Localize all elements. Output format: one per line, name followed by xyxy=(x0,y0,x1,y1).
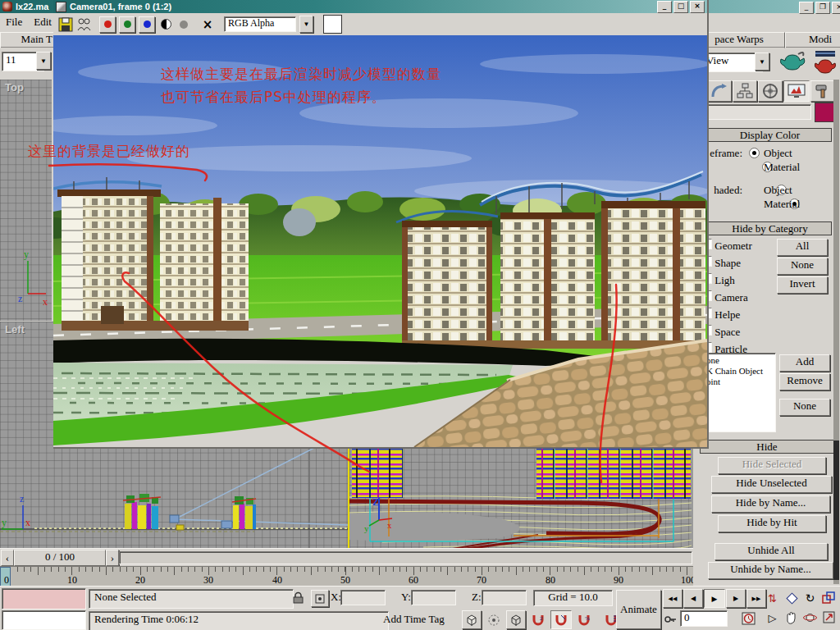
app-icon xyxy=(2,2,12,11)
time-slider-prev-icon[interactable]: ‹ xyxy=(1,550,14,566)
render-close-button[interactable]: × xyxy=(690,1,705,13)
nav-zoom-icon[interactable]: ⇅ xyxy=(763,588,782,608)
render-scene-icon[interactable] xyxy=(812,49,838,77)
alpha-channel-icon[interactable] xyxy=(176,17,191,32)
play-button[interactable]: ▶ xyxy=(704,589,725,608)
maxscript-macro-pane[interactable] xyxy=(2,588,86,609)
time-slider-next-icon[interactable]: › xyxy=(106,550,119,566)
ruler-tick-label: 20 xyxy=(130,574,151,587)
nav-minmax-toggle-icon[interactable] xyxy=(819,608,838,628)
render-window-toolbar: × RGB Alpha ▼ xyxy=(53,13,707,35)
category-none2-button[interactable]: None xyxy=(779,399,830,416)
time-configuration-icon[interactable] xyxy=(739,610,757,627)
unhide-by-name-button[interactable]: Unhide by Name... xyxy=(708,562,833,579)
maxscript-listener-pane[interactable] xyxy=(2,610,86,630)
ruler-tick-label: 100 xyxy=(678,574,693,587)
playback-controls: ◀◀ ◀ ▶ ▶ ▶▶ xyxy=(663,589,766,608)
category-all-button[interactable]: All xyxy=(777,239,828,256)
category-none-button[interactable]: None xyxy=(777,258,828,275)
time-slider-track[interactable] xyxy=(119,551,692,564)
panel-scrollbar[interactable] xyxy=(833,80,839,584)
render-type-dropdown[interactable]: View xyxy=(702,52,763,72)
unhide-all-button[interactable]: Unhide All xyxy=(714,543,828,560)
z-coord-field[interactable] xyxy=(482,590,527,605)
time-slider-handle[interactable]: 0 / 100 xyxy=(14,550,106,566)
selection-lock-icon[interactable] xyxy=(290,590,305,605)
tab-hierarchy[interactable] xyxy=(733,80,757,102)
list-item[interactable]: K Chain Object xyxy=(706,366,775,377)
tab-main-toolbar[interactable]: Main T xyxy=(0,32,55,48)
nav-arc-rotate-icon[interactable]: ↻ xyxy=(801,588,819,608)
snap-2d-icon[interactable] xyxy=(506,610,526,629)
viewport-top[interactable]: Top y x z xyxy=(0,80,52,321)
category-invert-button[interactable]: Invert xyxy=(777,276,828,294)
previous-frame-button[interactable]: ◀ xyxy=(683,589,703,608)
hide-selected-button[interactable]: Hide Selected xyxy=(718,457,826,474)
clone-rendered-frame-icon[interactable] xyxy=(76,17,93,32)
tab-utilities[interactable] xyxy=(810,80,835,102)
add-time-tag[interactable]: Add Time Tag xyxy=(383,613,445,626)
absolute-offset-toggle[interactable] xyxy=(311,590,329,607)
nav-region-zoom-icon[interactable]: ▷ xyxy=(763,608,782,628)
category-add-button[interactable]: Add xyxy=(779,354,830,372)
tab-modifiers[interactable]: Modi xyxy=(785,32,840,48)
angle-snap-icon[interactable]: 2 xyxy=(529,611,547,628)
top-viewport-axis-tripod: y x z xyxy=(7,248,49,313)
menu-file[interactable]: File xyxy=(0,14,28,30)
main-minimize-button[interactable]: _ xyxy=(799,2,814,14)
svg-text:x: x xyxy=(43,296,48,308)
category-remove-button[interactable]: Remove xyxy=(779,373,830,390)
clear-image-icon[interactable]: × xyxy=(199,17,216,32)
x-coord-field[interactable] xyxy=(340,590,386,605)
spinner-snap-icon[interactable]: % xyxy=(575,611,593,628)
tab-display[interactable] xyxy=(783,80,810,102)
tab-motion[interactable] xyxy=(758,80,783,102)
channel-display-dropdown[interactable]: RGB Alpha xyxy=(224,16,296,32)
hide-by-name-button[interactable]: Hide by Name... xyxy=(711,495,830,513)
render-window-titlebar[interactable]: Camera01, frame 0 (1:2) _ □ × xyxy=(53,0,707,13)
tab-modify[interactable] xyxy=(707,80,732,102)
red-channel-icon[interactable] xyxy=(99,16,116,33)
next-frame-button[interactable]: ▶ xyxy=(726,589,746,608)
animate-button[interactable]: Animate xyxy=(616,590,661,629)
key-mode-toggle[interactable] xyxy=(663,611,678,628)
hide-unselected-button[interactable]: Hide Unselected xyxy=(711,476,832,493)
snap-25d-icon[interactable] xyxy=(485,611,503,628)
go-to-start-button[interactable]: ◀◀ xyxy=(663,589,682,608)
save-bitmap-icon[interactable] xyxy=(58,17,73,32)
snap-3d-icon[interactable] xyxy=(462,610,482,629)
wireframe-object-radio[interactable] xyxy=(749,148,760,158)
monochrome-channel-icon[interactable] xyxy=(158,17,173,32)
list-item[interactable]: oint xyxy=(706,377,775,387)
background-color-swatch[interactable] xyxy=(323,15,342,34)
current-frame-field[interactable]: 0 xyxy=(680,610,728,627)
quick-render-icon[interactable] xyxy=(778,49,807,77)
category-listbox[interactable]: one K Chain Object oint xyxy=(704,353,776,432)
render-minimize-button[interactable]: _ xyxy=(657,1,672,13)
list-item[interactable]: one xyxy=(706,355,775,366)
channel-dropdown-arrow-icon[interactable]: ▼ xyxy=(299,16,313,33)
object-name-field[interactable] xyxy=(693,104,811,120)
blue-channel-icon[interactable] xyxy=(139,16,155,33)
nav-maximize-icon[interactable] xyxy=(819,588,838,608)
main-restore-button[interactable]: ❐ xyxy=(815,2,830,14)
main-close-button[interactable]: × xyxy=(832,2,840,14)
green-channel-icon[interactable] xyxy=(119,16,135,33)
render-type-arrow-icon[interactable]: ▼ xyxy=(755,52,769,71)
wireframe-material-label: Material xyxy=(764,161,800,174)
rollout-hide[interactable]: Hide xyxy=(700,440,834,454)
selection-set-arrow-icon[interactable]: ▼ xyxy=(36,52,51,70)
rollout-display-color[interactable]: Display Color xyxy=(708,128,832,142)
hide-by-hit-button[interactable]: Hide by Hit xyxy=(718,515,826,532)
y-coord-field[interactable] xyxy=(411,590,456,605)
object-color-swatch[interactable] xyxy=(815,103,835,122)
nav-zoom-extents-icon[interactable] xyxy=(782,588,801,608)
viewport-top-label[interactable]: Top xyxy=(5,81,24,94)
nav-orbit-icon[interactable] xyxy=(801,608,819,628)
panel-scrollbar-thumb[interactable] xyxy=(833,441,839,580)
rollout-hide-by-category[interactable]: Hide by Category xyxy=(708,221,832,235)
percent-snap-icon[interactable] xyxy=(550,610,572,629)
nav-pan-hand-icon[interactable] xyxy=(782,608,801,628)
render-maximize-button[interactable]: □ xyxy=(673,1,688,13)
track-bar[interactable]: 0 10 20 30 40 50 60 70 80 90 100 xyxy=(0,566,693,587)
